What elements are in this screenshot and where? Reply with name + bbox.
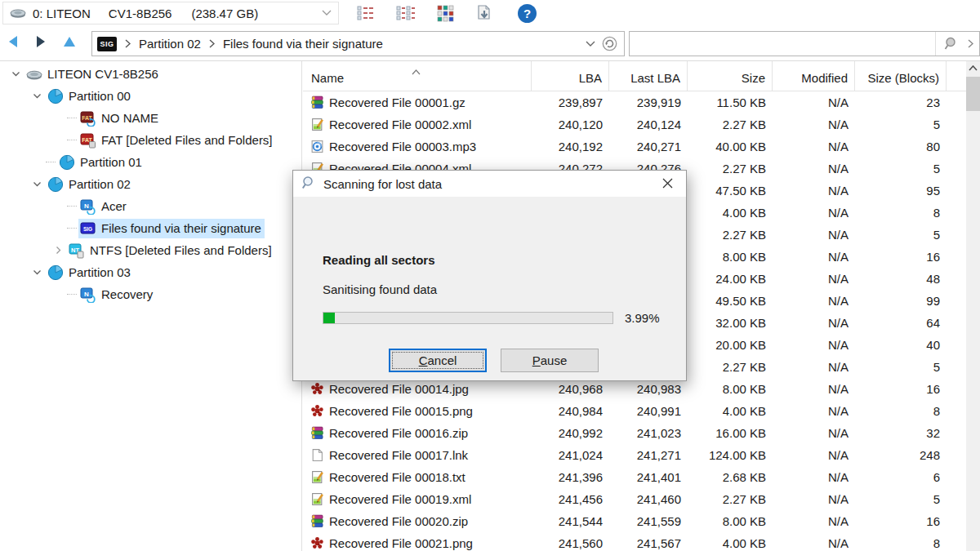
column-header-size[interactable]: Size [688,61,773,91]
tree-item[interactable]: Partition 00 [0,85,301,107]
column-header-filler [947,61,966,91]
page-file-icon [310,448,324,462]
tree-item[interactable]: Partition 02 [0,173,301,195]
column-header-modified[interactable]: Modified [773,61,855,91]
table-row[interactable]: Recovered File 00016.zip240,992241,02316… [303,422,966,444]
tree-item-label: NO NAME [101,111,158,125]
column-header-name[interactable]: Name [303,61,532,91]
breadcrumb-separator-icon [125,39,131,48]
cell-modified: N/A [773,250,855,264]
scrollbar-up-icon[interactable] [966,61,980,75]
device-selector[interactable]: 0: LITEON CV1-8B256 (238.47 GB) [2,2,339,24]
cell-size: 24.00 KB [688,272,773,286]
cell-size: 47.50 KB [688,184,773,198]
table-row[interactable]: Recovered File 00019.xml241,456241,4602.… [303,488,966,510]
column-header-lba[interactable]: LBA [532,61,609,91]
file-recovery-window: 0: LITEON CV1-8B256 (238.47 GB) ? SIG Pa… [0,0,980,551]
fat-refresh-icon: FAT [80,110,96,127]
tree-chevron-icon[interactable] [7,68,24,81]
cell-modified: N/A [773,492,855,506]
file-name: Recovered File 00018.txt [329,470,466,484]
tree-chevron-icon[interactable] [49,244,67,257]
tree-item[interactable]: SIGFiles found via their signature [0,217,301,239]
cell-blocks: 8 [855,536,947,550]
table-row[interactable]: Recovered File 00017.lnk241,024241,27112… [303,444,966,466]
tree-item[interactable]: LITEON CV1-8B256 [0,63,301,85]
cell-size: 2.27 KB [688,228,773,242]
cell-last_lba: 241,460 [609,492,688,506]
breadcrumb-item-partition[interactable]: Partition 02 [139,37,201,51]
cell-blocks: 5 [855,360,947,374]
tree-item[interactable]: NTNTFS [Deleted Files and Folders] [0,239,301,261]
device-index: 0: LITEON [33,7,91,20]
close-icon[interactable] [649,171,686,196]
cancel-button[interactable]: Cancel [389,349,487,372]
cell-modified: N/A [773,404,855,418]
tree-item[interactable]: NRecovery [0,283,301,305]
table-row[interactable]: Recovered File 00003.mp3240,192240,27140… [303,136,966,158]
detail-view-button[interactable] [396,5,416,21]
tree-item-label: LITEON CV1-8B256 [47,67,158,81]
table-row[interactable]: Recovered File 00020.zip241,544241,5598.… [303,510,966,532]
cell-last_lba: 240,271 [609,140,688,153]
column-header-size-blocks[interactable]: Size (Blocks) [855,61,947,91]
dialog-status-text: Sanitising found data [323,282,437,296]
tree-item-label: Partition 02 [69,177,131,191]
scrollbar-thumb[interactable] [966,77,980,111]
tree-chevron-icon[interactable] [28,90,46,103]
cell-last_lba: 239,919 [609,96,688,109]
cell-blocks: 32 [855,426,947,440]
media-file-icon [310,140,324,153]
toolbar: 0: LITEON CV1-8B256 (238.47 GB) ? [0,0,980,26]
export-button[interactable] [475,4,493,22]
cell-blocks: 5 [855,492,947,506]
cell-size: 2.27 KB [688,162,773,176]
table-row[interactable]: Recovered File 00001.gz239,897239,91911.… [303,91,966,113]
cell-blocks: 5 [855,162,947,176]
vertical-scrollbar[interactable] [966,61,980,551]
search-icon[interactable] [935,32,968,56]
cell-modified: N/A [773,272,855,286]
breadcrumb-dropdown-chevron-icon[interactable] [579,41,602,47]
thumbnail-view-button[interactable] [437,5,454,22]
dialog-title-bar[interactable]: Scanning for lost data [293,171,686,197]
cell-size: 20.00 KB [688,338,773,352]
tree-chevron-icon[interactable] [28,266,46,279]
cell-blocks: 40 [855,338,947,352]
tree-chevron-icon[interactable] [28,178,46,191]
cell-size: 8.00 KB [688,514,773,528]
file-name: Recovered File 00003.mp3 [329,140,476,153]
file-name: Recovered File 00002.xml [329,118,471,131]
cell-blocks: 6 [855,470,947,484]
tree-item[interactable]: Partition 01 [0,151,301,173]
pause-button[interactable]: Pause [501,349,599,372]
breadcrumb-item-current[interactable]: Files found via their signature [223,37,383,51]
tree-item-label: NTFS [Deleted Files and Folders] [90,243,272,257]
back-button[interactable] [7,34,20,49]
list-view-button[interactable] [357,5,375,21]
tree-chevron-spacer [49,200,67,213]
cell-blocks: 64 [855,316,947,330]
table-row[interactable]: Recovered File 00014.jpg240,968240,9838.… [303,378,966,400]
column-header-last-lba[interactable]: Last LBA [609,61,688,91]
image-file-icon [310,536,324,550]
tree-item[interactable]: NAcer [0,195,301,217]
refresh-icon[interactable] [602,36,617,51]
table-row[interactable]: Recovered File 00018.txt241,396241,4012.… [303,466,966,488]
search-input[interactable] [630,32,935,56]
table-row[interactable]: Recovered File 00002.xml240,120240,1242.… [303,113,966,136]
file-name: Recovered File 00017.lnk [329,448,468,462]
table-row[interactable]: Recovered File 00021.png241,560241,5674.… [303,532,966,551]
up-button[interactable] [62,34,77,49]
tree-item[interactable]: FATNO NAME [0,107,301,129]
cell-size: 32.00 KB [688,316,773,330]
device-capacity: (238.47 GB) [191,7,258,20]
cell-blocks: 80 [855,140,947,153]
tree-item[interactable]: Partition 03 [0,261,301,283]
forward-button[interactable] [34,34,47,49]
search-go-chevron-icon[interactable] [968,39,979,48]
table-row[interactable]: Recovered File 00015.png240,984240,9914.… [303,400,966,422]
cell-modified: N/A [773,514,855,528]
help-button[interactable]: ? [518,4,537,23]
tree-item[interactable]: FATFAT [Deleted Files and Folders] [0,129,301,151]
